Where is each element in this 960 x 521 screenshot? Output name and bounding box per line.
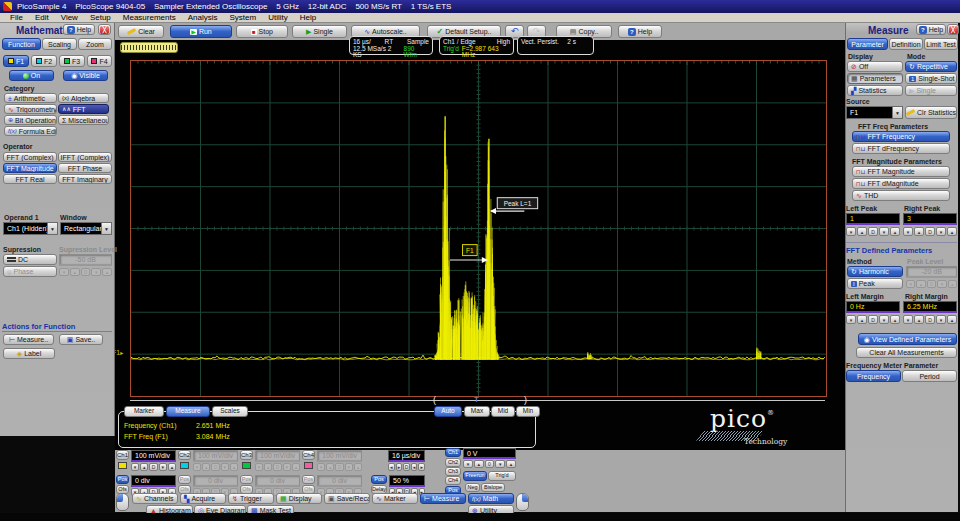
bottom-tab-measure[interactable]: ⊢Measure bbox=[420, 493, 466, 504]
stop-button[interactable]: ■Stop bbox=[236, 25, 288, 38]
tab-zoom[interactable]: Zoom bbox=[78, 38, 112, 50]
left-margin-field[interactable]: 0 Hz bbox=[846, 301, 900, 313]
mode-single-button[interactable]: ▶Single bbox=[905, 85, 957, 96]
bottom-tab-math[interactable]: f(x)Math bbox=[468, 493, 514, 504]
category-miscellaneous[interactable]: ΣMiscellaneous bbox=[58, 115, 109, 125]
trigger-neg-button[interactable]: Neg bbox=[465, 483, 480, 492]
math-help-button[interactable]: ?Help bbox=[63, 24, 95, 35]
bottom-tab-channels[interactable]: ∿Channels bbox=[132, 493, 178, 504]
ch1-offset-field[interactable]: 0 div bbox=[131, 475, 176, 487]
ch1-scale-spinner[interactable]: ▾▴D▾▴ bbox=[131, 463, 176, 471]
freq-meter-period-button[interactable]: Period bbox=[902, 370, 957, 382]
menu-file[interactable]: File bbox=[4, 13, 29, 22]
thd-button[interactable]: ∿THD bbox=[852, 190, 950, 201]
operator-fft-complex[interactable]: FFT (Complex) bbox=[3, 152, 57, 162]
right-peak-spinner[interactable]: ▾▴D▾▴ bbox=[903, 227, 957, 236]
tab-scales[interactable]: Scales bbox=[212, 406, 248, 417]
menu-measurements[interactable]: Measurements bbox=[117, 13, 182, 22]
mode-single-shot-button[interactable]: 1Single-Shot bbox=[905, 73, 957, 84]
function-f2-button[interactable]: F2 bbox=[31, 55, 57, 67]
ch4-scale-spinner[interactable]: ▾▴D▾▴ bbox=[317, 463, 362, 471]
left-margin-spinner[interactable]: ▾▴D▾▴ bbox=[846, 315, 900, 324]
ch4-pos-button[interactable]: Pos bbox=[302, 475, 315, 484]
help-button[interactable]: ?Help bbox=[618, 25, 662, 38]
ch1-button[interactable]: Ch1 bbox=[116, 450, 129, 460]
fft-dmagnitude-button[interactable]: ⊓⊔FFT dMagnitude bbox=[852, 178, 950, 189]
function-f1-button[interactable]: F1 bbox=[3, 55, 29, 67]
tab-scaling[interactable]: Scaling bbox=[42, 38, 77, 50]
bottom-tab-acquire[interactable]: ▚Acquire bbox=[180, 493, 226, 504]
ch2-button[interactable]: Ch2 bbox=[178, 450, 191, 460]
math-close-button[interactable]: ╳ bbox=[98, 24, 111, 35]
waveform-overview-bar[interactable] bbox=[120, 42, 178, 53]
trigger-bislope-button[interactable]: Bislope bbox=[481, 483, 505, 492]
operator-fft-imaginary[interactable]: FFT Imaginary bbox=[58, 174, 112, 184]
right-margin-field[interactable]: 6.25 MHz bbox=[903, 301, 957, 313]
measure-action-button[interactable]: ⊢Measure.. bbox=[3, 334, 54, 345]
menu-help[interactable]: Help bbox=[294, 13, 322, 22]
indicator-right-bracket[interactable]: ) bbox=[524, 395, 527, 405]
category-bit-operation[interactable]: ⊕Bit Operation bbox=[4, 115, 57, 125]
ch2-scale-spinner[interactable]: ▾▴D▾▴ bbox=[193, 463, 238, 471]
ch2-pos-button[interactable]: Pos bbox=[178, 475, 191, 484]
tab-measure[interactable]: Measure bbox=[166, 406, 210, 417]
trigger-level-field[interactable]: 0 V bbox=[463, 448, 516, 459]
tab-marker[interactable]: Marker bbox=[124, 406, 164, 417]
label-action-button[interactable]: ◈Label bbox=[3, 348, 55, 359]
display-off-button[interactable]: ⊘Off bbox=[847, 61, 903, 72]
menu-edit[interactable]: Edit bbox=[29, 13, 55, 22]
view-defined-parameters-button[interactable]: ◉View Defined Parameters bbox=[858, 333, 957, 345]
mode-auto[interactable]: Auto bbox=[434, 406, 462, 417]
tab-limit-test[interactable]: Limit Test bbox=[924, 38, 958, 50]
ch3-offset-field[interactable]: 0 div bbox=[255, 475, 300, 487]
clr-statistics-button[interactable]: Clr Statistics bbox=[905, 106, 957, 119]
operator-fft-phase[interactable]: FFT Phase bbox=[58, 163, 112, 173]
menu-analysis[interactable]: Analysis bbox=[182, 13, 224, 22]
menu-utility[interactable]: Utility bbox=[262, 13, 294, 22]
ch3-button[interactable]: Ch3 bbox=[240, 450, 253, 460]
trigger-freerun-button[interactable]: Freerun bbox=[463, 471, 487, 481]
timebase-scale-spinner[interactable]: ◂▸D◂▸ bbox=[388, 463, 425, 471]
clear-all-measurements-button[interactable]: Clear All Measurements bbox=[856, 347, 957, 358]
mode-mid[interactable]: Mid bbox=[491, 406, 515, 417]
phase-button[interactable]: φPhase bbox=[3, 266, 57, 277]
ch3-pos-button[interactable]: Pos bbox=[240, 475, 253, 484]
method-peak-button[interactable]: IPeak bbox=[847, 278, 903, 289]
indicator-left-bracket[interactable]: ( bbox=[433, 395, 436, 405]
bottom-tab-display[interactable]: ▦Display bbox=[276, 493, 322, 504]
peak-level-field[interactable]: -20 dB bbox=[906, 266, 957, 278]
source-dropdown[interactable]: F1▼ bbox=[846, 106, 903, 119]
function-on-button[interactable]: On bbox=[9, 70, 54, 81]
trigger-source-ch4[interactable]: Ch4 bbox=[445, 476, 461, 485]
category-algebra[interactable]: {x}Algebra bbox=[58, 93, 109, 103]
function-f4-button[interactable]: F4 bbox=[87, 55, 112, 67]
freq-meter-frequency-button[interactable]: Frequency bbox=[846, 370, 901, 382]
trigger-trigd-button[interactable]: Trig'd bbox=[488, 471, 516, 481]
timebase-scale-field[interactable]: 16 µs/div bbox=[388, 450, 425, 462]
menu-view[interactable]: View bbox=[55, 13, 84, 22]
ch4-scale-field[interactable]: 100 mV/div bbox=[317, 450, 362, 462]
dc-supression-button[interactable]: DC bbox=[3, 254, 57, 265]
category-formula-editor[interactable]: f(x)Formula Editor bbox=[4, 126, 57, 136]
save-action-button[interactable]: ▣Save.. bbox=[59, 334, 103, 345]
supression-level-spinner[interactable]: ▾▴D▾▴ bbox=[59, 268, 112, 276]
category-trigonometry[interactable]: ∿Trigonometry bbox=[4, 104, 57, 114]
peak-level-spinner[interactable]: ▾▴D▾▴ bbox=[906, 280, 957, 288]
single-button[interactable]: ▶Single bbox=[292, 25, 347, 38]
category-fft[interactable]: ∧∧FFT bbox=[58, 104, 109, 114]
tab-parameter[interactable]: Parameter bbox=[847, 38, 888, 50]
ch2-scale-field[interactable]: 100 mV/div bbox=[193, 450, 238, 462]
trigger-source-ch3[interactable]: Ch3 bbox=[445, 467, 461, 476]
trigger-position-marker[interactable]: T bbox=[474, 395, 479, 404]
measure-help-button[interactable]: ?Help bbox=[916, 24, 946, 35]
ch2-offset-field[interactable]: 0 div bbox=[193, 475, 238, 487]
fft-frequency-button[interactable]: ⊓⊔FFT Frequency bbox=[852, 131, 950, 142]
mode-min[interactable]: Min bbox=[516, 406, 540, 417]
clear-button[interactable]: Clear bbox=[118, 25, 164, 38]
right-peak-field[interactable]: 3 bbox=[903, 213, 957, 225]
tab-function[interactable]: Function bbox=[2, 38, 41, 50]
mode-repetitive-button[interactable]: ↻Repetitive bbox=[905, 61, 957, 72]
method-harmonic-button[interactable]: ↻Harmonic bbox=[847, 266, 903, 277]
ch1-scale-field[interactable]: 100 mV/div bbox=[131, 450, 176, 462]
left-peak-spinner[interactable]: ▾▴D▾▴ bbox=[846, 227, 900, 236]
